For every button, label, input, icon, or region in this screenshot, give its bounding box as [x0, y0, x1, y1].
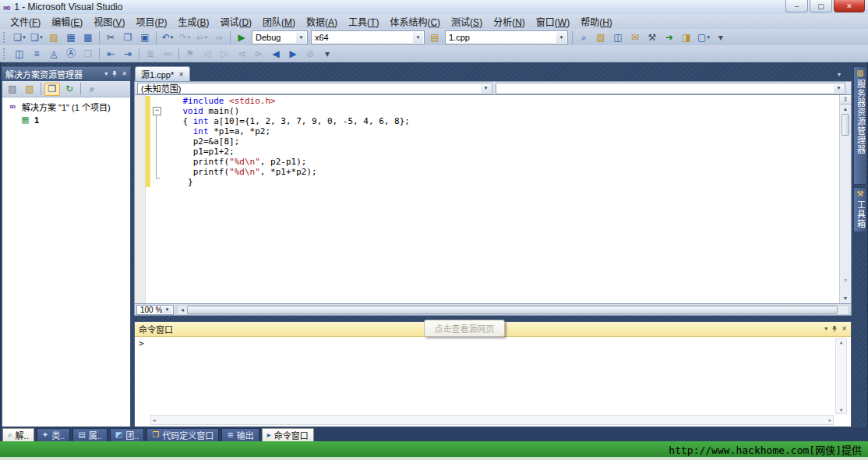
scrollbar-thumb[interactable]	[187, 306, 838, 314]
minimize-button[interactable]: –	[785, 0, 808, 12]
tree-solution[interactable]: ∞解决方案 "1" (1 个项目)	[2, 100, 130, 113]
command-vertical-scrollbar[interactable]: ▲ ▼	[835, 338, 847, 414]
scroll-up-button[interactable]: ▲	[840, 104, 851, 113]
display-word-completion-button[interactable]: Ⓐ	[63, 47, 79, 61]
dropdown-arrow-icon[interactable]: ▾	[481, 84, 491, 93]
menu-B[interactable]: 生成(B)	[172, 14, 214, 29]
scroll-down-button[interactable]: ▼	[836, 407, 846, 412]
code-line[interactable]: p2=&a[8];	[162, 136, 410, 147]
member-combo[interactable]: ▾	[496, 83, 845, 94]
maximize-button[interactable]: ▢	[810, 0, 832, 12]
menu-P[interactable]: 项目(P)	[130, 14, 172, 29]
dropdown-arrow-icon[interactable]: ▾	[296, 32, 306, 43]
editor-vertical-scrollbar[interactable]: ⇕ ▲ ≡ ▼	[839, 95, 851, 303]
code-editor[interactable]: − #include <stdio.h> void main() { int a…	[134, 95, 852, 304]
collapse-all-button[interactable]: ▨	[5, 83, 20, 96]
dropdown-arrow-icon[interactable]: ▾	[834, 84, 844, 93]
solution-explorer-button[interactable]: ▧	[593, 30, 609, 44]
window-position-button[interactable]: ▾	[824, 326, 827, 332]
cut-button[interactable]: ✂	[103, 30, 118, 44]
dropdown-arrow-icon[interactable]: ▾	[40, 34, 43, 41]
titlebar[interactable]: ∞ 1 - Microsoft Visual Studio – ▢ ✕	[0, 0, 868, 15]
code-line[interactable]: { int a[10]={1, 2, 3, 7, 9, 0, -5, 4, 6,…	[162, 116, 410, 126]
scroll-left-button[interactable]: ◄	[153, 417, 156, 423]
previous-bookmark-in-folder-button[interactable]: ⊲	[234, 47, 249, 61]
tree-project-1[interactable]: ▦1	[2, 113, 130, 126]
active-files-dropdown-icon[interactable]: ▾	[838, 71, 841, 78]
solution-explorer-header[interactable]: 解决方案资源管理器 ▾ ✕	[2, 67, 130, 81]
split-handle-icon[interactable]: ⇕	[840, 95, 851, 104]
close-panel-button[interactable]: ✕	[842, 326, 847, 332]
create-folder-button[interactable]: ▧	[22, 83, 37, 96]
menu-H[interactable]: 帮助(H)	[575, 14, 618, 29]
dropdown-arrow-icon[interactable]: ▾	[162, 306, 172, 313]
scrollbar-thumb[interactable]	[842, 114, 849, 136]
extension-manager-button[interactable]: ◨	[679, 30, 694, 44]
dropdown-arrow-icon[interactable]: ▾	[556, 32, 566, 43]
zoom-combo[interactable]: 100 % ▾	[136, 305, 174, 315]
tab-class-view[interactable]: ✦类..	[37, 428, 71, 442]
menu-D[interactable]: 调试(D)	[214, 14, 257, 29]
menu-T[interactable]: 工具(T)	[343, 14, 384, 29]
scroll-left-button[interactable]: ◄	[178, 307, 187, 313]
next-bookmark-button[interactable]: ▷	[217, 47, 232, 61]
save-all-button[interactable]: ▩	[80, 30, 96, 44]
show-all-files-button[interactable]: ❐	[44, 83, 60, 96]
refresh-button[interactable]: ↻	[62, 83, 77, 96]
previous-bookmark-in-document-button[interactable]: ◀	[268, 47, 284, 61]
start-debugging-button[interactable]: ▶	[234, 30, 249, 44]
code-line[interactable]: }	[162, 177, 410, 187]
navigate-backward-button[interactable]: ⇐▾	[194, 30, 210, 44]
solution-config-combo[interactable]: Debug▾	[252, 30, 308, 44]
close-button[interactable]: ✕	[834, 0, 865, 12]
menu-A[interactable]: 数据(A)	[301, 14, 343, 29]
dropdown-arrow-icon[interactable]: ▾	[171, 34, 174, 41]
tab-source1-cpp[interactable]: 源1.cpp* ✕	[135, 66, 190, 81]
find-in-files-button[interactable]: ⌕	[576, 30, 591, 44]
dropdown-arrow-icon[interactable]: ▾	[413, 32, 423, 43]
menu-M[interactable]: 团队(M)	[257, 14, 301, 29]
customize-button[interactable]: ⚒	[644, 30, 660, 44]
close-panel-button[interactable]: ✕	[122, 71, 127, 77]
immediate-window-button[interactable]: ▢▾	[696, 30, 711, 44]
object-browser-button[interactable]: ✉	[627, 30, 643, 44]
solution-platform-combo[interactable]: x64▾	[311, 30, 425, 44]
dropdown-arrow-icon[interactable]: ▾	[188, 34, 191, 41]
menu-C[interactable]: 体系结构(C)	[384, 14, 446, 29]
command-horizontal-scrollbar[interactable]: ◄ ►	[150, 415, 834, 425]
code-line[interactable]: void main()	[162, 106, 410, 116]
menu-E[interactable]: 编辑(E)	[46, 14, 88, 29]
save-button[interactable]: ▦	[63, 30, 79, 44]
start-page-button[interactable]: ➜	[662, 30, 677, 44]
undo-button[interactable]: ↶▾	[160, 30, 175, 44]
code-line[interactable]: int *p1=a, *p2;	[162, 126, 410, 136]
navigate-forward-button[interactable]: ⇒	[211, 30, 227, 44]
tab-server-explorer[interactable]: ▥服务器资源管理器	[853, 66, 867, 185]
menu-W[interactable]: 窗口(W)	[531, 14, 575, 29]
scope-combo[interactable]: (未知范围) ▾	[137, 83, 492, 94]
redo-button[interactable]: ↷▾	[177, 30, 192, 44]
display-parameter-info-button[interactable]: ◬	[46, 47, 62, 61]
display-quick-info-button[interactable]: ◫	[12, 47, 27, 61]
code-line[interactable]: printf("%d\n", *p1+*p2);	[162, 167, 410, 177]
dropdown-arrow-icon[interactable]: ▾	[707, 34, 710, 41]
view-class-diagram-button[interactable]: ⌕	[84, 83, 100, 96]
code-line[interactable]: #include <stdio.h>	[162, 96, 410, 106]
code-text[interactable]: #include <stdio.h> void main() { int a[1…	[162, 96, 410, 187]
window-position-button[interactable]: ▾	[104, 71, 108, 77]
increase-indent-button[interactable]: ⇥	[120, 47, 136, 61]
previous-bookmark-button[interactable]: ◁	[199, 47, 215, 61]
code-line[interactable]: printf("%d\n", p2-p1);	[162, 157, 410, 167]
properties-window-button[interactable]: ◫	[610, 30, 626, 44]
next-bookmark-in-document-button[interactable]: ▶	[285, 47, 301, 61]
tab-team-explorer[interactable]: ◩团..	[110, 428, 145, 442]
tab-toolbox[interactable]: ⚒工具箱	[853, 187, 867, 232]
menu-F[interactable]: 文件(F)	[5, 14, 46, 29]
pin-button[interactable]	[111, 71, 118, 78]
new-project-button[interactable]: ❏▾	[12, 30, 27, 44]
paste-button[interactable]: ▣	[137, 30, 153, 44]
command-window-body[interactable]: > ▲ ▼ ◄ ►	[135, 337, 851, 426]
decrease-indent-button[interactable]: ⇤	[103, 47, 118, 61]
scroll-down-button[interactable]: ▼	[840, 294, 851, 303]
menu-V[interactable]: 视图(V)	[88, 14, 130, 29]
